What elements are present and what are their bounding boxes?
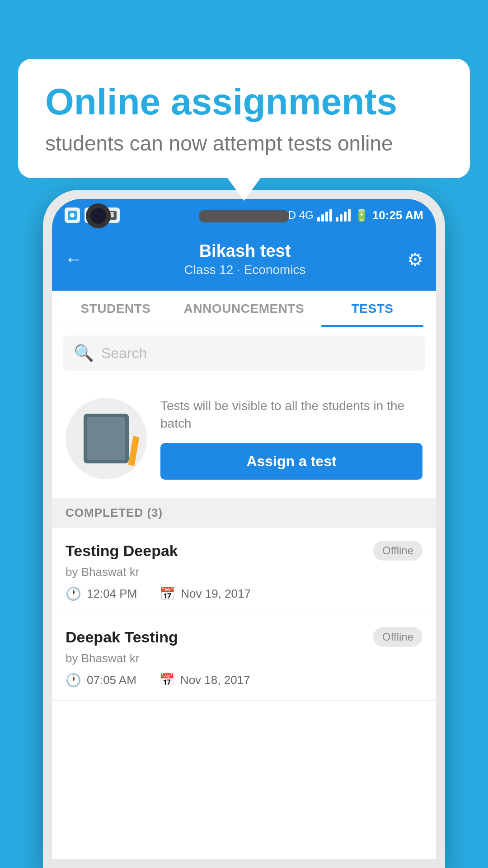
- assign-illustration: [66, 398, 147, 479]
- pencil-icon: [128, 436, 139, 466]
- notebook-wrap: [84, 414, 129, 463]
- time-display: 10:25 AM: [372, 208, 423, 222]
- assign-test-button[interactable]: Assign a test: [160, 443, 422, 480]
- app-bar: ← Bikash test Class 12 · Economics ⚙: [52, 231, 436, 291]
- status-badge: Offline: [373, 541, 422, 561]
- completed-section-header: COMPLETED (3): [52, 498, 436, 528]
- test-date: Nov 19, 2017: [181, 587, 251, 601]
- status-badge-2: Offline: [373, 627, 422, 647]
- svg-point-1: [70, 213, 75, 217]
- meta-time: 🕐 12:04 PM: [66, 586, 137, 601]
- calendar-icon-2: 📅: [159, 673, 175, 688]
- tab-announcements[interactable]: ANNOUNCEMENTS: [179, 291, 309, 327]
- clock-icon-2: 🕐: [66, 673, 81, 688]
- app-bar-title: Bikash test: [184, 241, 305, 261]
- tab-students[interactable]: STUDENTS: [52, 291, 179, 327]
- speech-bubble-container: Online assignments students can now atte…: [18, 59, 470, 178]
- signal-bars-2: [336, 209, 351, 222]
- test-item-header: Testing Deepak Offline: [66, 541, 422, 561]
- bubble-subtitle: students can now attempt tests online: [45, 131, 443, 156]
- app-bar-center: Bikash test Class 12 · Economics: [184, 241, 305, 277]
- meta-date-2: 📅 Nov 18, 2017: [159, 673, 250, 688]
- search-container: 🔍 Search: [52, 327, 436, 379]
- clock-icon: 🕐: [66, 586, 81, 601]
- meta-time-2: 🕐 07:05 AM: [66, 673, 136, 688]
- test-author: by Bhaswat kr: [66, 565, 422, 579]
- test-time-2: 07:05 AM: [87, 673, 136, 687]
- calendar-icon: 📅: [160, 586, 175, 601]
- test-item[interactable]: Testing Deepak Offline by Bhaswat kr 🕐 1…: [52, 528, 436, 614]
- meta-date: 📅 Nov 19, 2017: [160, 586, 251, 601]
- assign-section: Tests will be visible to all the student…: [52, 379, 436, 498]
- signal-bars: [317, 209, 332, 222]
- test-name-2: Deepak Testing: [66, 628, 178, 646]
- phone-frame: ✳ HD 4G 🔋 10:25 AM ←: [43, 190, 445, 868]
- status-icons-right: ✳ HD 4G 🔋 10:25 AM: [267, 208, 423, 222]
- phone-camera-lens: [90, 208, 106, 224]
- phone-camera: [86, 203, 111, 228]
- test-date-2: Nov 18, 2017: [180, 673, 250, 687]
- assign-right: Tests will be visible to all the student…: [160, 397, 422, 480]
- app-bar-subtitle: Class 12 · Economics: [184, 263, 305, 277]
- tab-tests[interactable]: TESTS: [309, 291, 436, 327]
- completed-label: COMPLETED (3): [66, 506, 163, 519]
- test-meta-2: 🕐 07:05 AM 📅 Nov 18, 2017: [66, 673, 422, 688]
- speech-bubble: Online assignments students can now atte…: [18, 59, 470, 178]
- test-author-2: by Bhaswat kr: [66, 651, 422, 665]
- test-item-2[interactable]: Deepak Testing Offline by Bhaswat kr 🕐 0…: [52, 614, 436, 701]
- notebook-icon: [84, 414, 129, 463]
- search-placeholder: Search: [101, 345, 147, 362]
- svg-point-4: [110, 214, 114, 217]
- search-bar[interactable]: 🔍 Search: [63, 335, 425, 371]
- battery-icon: 🔋: [354, 208, 369, 222]
- status-icon-app1: [65, 208, 80, 223]
- back-button[interactable]: ←: [65, 249, 83, 269]
- phone-speaker: [199, 210, 289, 222]
- settings-button[interactable]: ⚙: [407, 249, 423, 270]
- phone-screen: ✳ HD 4G 🔋 10:25 AM ←: [52, 199, 436, 859]
- search-icon: 🔍: [74, 344, 94, 363]
- assign-description: Tests will be visible to all the student…: [160, 397, 422, 432]
- tabs-bar: STUDENTS ANNOUNCEMENTS TESTS: [52, 291, 436, 327]
- bubble-title: Online assignments: [45, 81, 443, 122]
- test-meta: 🕐 12:04 PM 📅 Nov 19, 2017: [66, 586, 422, 601]
- test-time: 12:04 PM: [87, 587, 137, 601]
- test-name: Testing Deepak: [66, 542, 178, 560]
- svg-rect-5: [110, 212, 114, 214]
- test-item-header-2: Deepak Testing Offline: [66, 627, 422, 647]
